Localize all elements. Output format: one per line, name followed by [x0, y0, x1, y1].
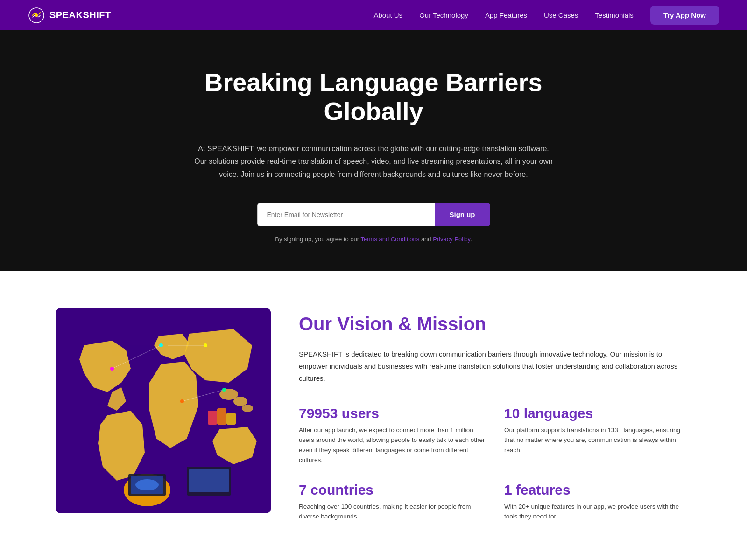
about-image [56, 308, 271, 513]
terms-link[interactable]: Terms and Conditions [361, 236, 420, 243]
stat-features: 1 features With 20+ unique features in o… [504, 482, 691, 522]
logo-icon [28, 7, 45, 24]
stat-languages-description: Our platform supports translations in 13… [504, 425, 691, 455]
hero-title: Breaking Language Barriers Globally [187, 68, 560, 126]
newsletter-form: Sign up [19, 203, 728, 226]
stat-users: 79953 users After our app launch, we exp… [299, 406, 486, 465]
nav-testimonials[interactable]: Testimonials [595, 11, 634, 19]
stat-features-description: With 20+ unique features in our app, we … [504, 502, 691, 522]
about-content: Our Vision & Mission SPEAKSHIFT is dedic… [299, 308, 691, 522]
stats-grid: 79953 users After our app launch, we exp… [299, 406, 691, 522]
logo-text: SPEAKSHIFT [49, 10, 111, 21]
svg-point-13 [222, 388, 226, 392]
svg-rect-21 [217, 408, 226, 425]
terms-text: By signing up, you agree to our Terms an… [19, 236, 728, 243]
world-map-illustration [56, 308, 271, 513]
nav-features[interactable]: App Features [485, 11, 527, 19]
svg-point-1 [35, 14, 38, 17]
about-title: Our Vision & Mission [299, 313, 691, 335]
about-description: SPEAKSHIFT is dedicated to breaking down… [299, 348, 691, 385]
stat-users-description: After our app launch, we expect to conne… [299, 425, 486, 465]
svg-rect-20 [208, 411, 217, 425]
svg-point-9 [110, 367, 114, 371]
svg-rect-22 [226, 413, 236, 425]
stat-users-number: 79953 users [299, 406, 486, 421]
svg-point-12 [180, 399, 184, 403]
stat-languages: 10 languages Our platform supports trans… [504, 406, 691, 465]
nav-links: About Us Our Technology App Features Use… [374, 6, 719, 25]
svg-point-10 [159, 343, 163, 347]
svg-point-11 [204, 343, 207, 347]
nav-technology[interactable]: Our Technology [419, 11, 468, 19]
hero-description: At SPEAKSHIFT, we empower communication … [191, 142, 556, 181]
hero-section: Breaking Language Barriers Globally At S… [0, 30, 747, 271]
stat-features-number: 1 features [504, 482, 691, 498]
stat-languages-number: 10 languages [504, 406, 691, 421]
svg-point-5 [242, 405, 253, 412]
about-section: Our Vision & Mission SPEAKSHIFT is dedic… [0, 271, 747, 559]
stat-countries: 7 countries Reaching over 100 countries,… [299, 482, 486, 522]
svg-point-4 [233, 397, 247, 406]
try-app-button[interactable]: Try App Now [650, 6, 719, 25]
privacy-link[interactable]: Privacy Policy [433, 236, 470, 243]
email-input[interactable] [257, 203, 435, 226]
logo-link[interactable]: SPEAKSHIFT [28, 7, 111, 24]
svg-rect-19 [189, 469, 229, 492]
svg-point-17 [135, 479, 159, 490]
navbar: SPEAKSHIFT About Us Our Technology App F… [0, 0, 747, 30]
nav-about[interactable]: About Us [374, 11, 402, 19]
stat-countries-number: 7 countries [299, 482, 486, 498]
nav-usecases[interactable]: Use Cases [544, 11, 578, 19]
stat-countries-description: Reaching over 100 countries, making it e… [299, 502, 486, 522]
signup-button[interactable]: Sign up [435, 203, 490, 226]
